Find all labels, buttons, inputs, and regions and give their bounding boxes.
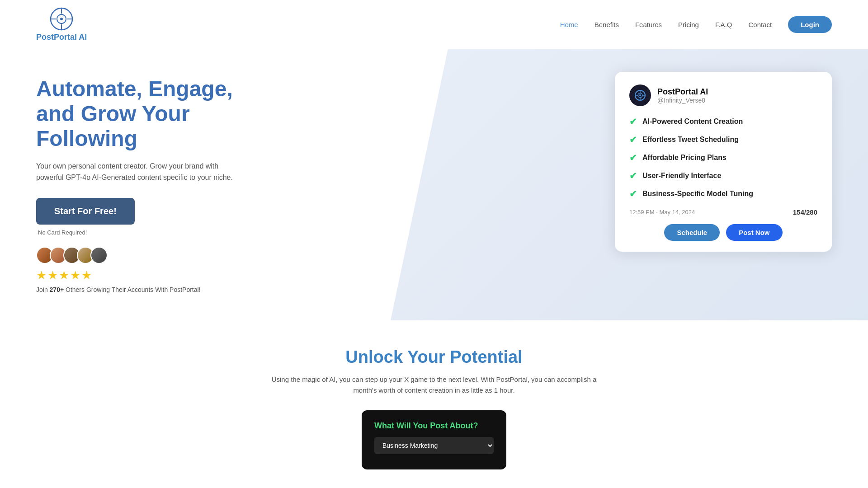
- tweet-card: PostPortal AI @Infinity_Verse8 ✔ AI-Powe…: [615, 72, 832, 252]
- schedule-button[interactable]: Schedule: [664, 224, 720, 241]
- feature-label-4: User-Friendly Interface: [642, 172, 721, 180]
- svg-point-2: [60, 18, 63, 20]
- feature-item-3: ✔ Affordable Pricing Plans: [629, 152, 817, 163]
- start-free-button[interactable]: Start For Free!: [36, 198, 135, 225]
- check-icon-3: ✔: [629, 152, 637, 163]
- unlock-section: Unlock Your Potential Using the magic of…: [0, 320, 868, 488]
- hero-section: Automate, Engage, and Grow Your Followin…: [0, 49, 868, 320]
- svg-point-9: [639, 94, 641, 96]
- avatar-5: [90, 247, 108, 264]
- feature-label-3: Affordable Pricing Plans: [642, 154, 726, 162]
- feature-item-1: ✔ AI-Powered Content Creation: [629, 116, 817, 127]
- card-title-highlight: Post: [430, 421, 448, 430]
- check-icon-1: ✔: [629, 116, 637, 127]
- check-icon-2: ✔: [629, 134, 637, 145]
- nav-features[interactable]: Features: [635, 21, 662, 28]
- hero-subtitle: Your own personal content creator. Grow …: [36, 160, 235, 183]
- card-header: PostPortal AI @Infinity_Verse8: [629, 84, 817, 106]
- card-logo-icon: [629, 84, 651, 106]
- hero-right: PostPortal AI @Infinity_Verse8 ✔ AI-Powe…: [615, 72, 832, 252]
- check-icon-4: ✔: [629, 170, 637, 181]
- brand-name: PostPortal AI: [36, 33, 87, 42]
- join-suffix: Others Growing Their Accounts With PostP…: [64, 286, 200, 293]
- login-button[interactable]: Login: [788, 16, 832, 33]
- join-prefix: Join: [36, 286, 50, 293]
- nav-links: Home Benefits Features Pricing F.A.Q Con…: [560, 16, 832, 33]
- feature-item-4: ✔ User-Friendly Interface: [629, 170, 817, 181]
- feature-label-1: AI-Powered Content Creation: [642, 117, 743, 126]
- logo-area: PostPortal AI: [36, 7, 87, 42]
- card-handle: @Infinity_Verse8: [657, 97, 708, 104]
- no-card-text: No Card Required!: [36, 229, 262, 236]
- join-count: 270+: [50, 286, 64, 293]
- card-count: 154/280: [793, 208, 817, 216]
- feature-label-5: Business-Specific Model Tuning: [642, 190, 753, 198]
- feature-list: ✔ AI-Powered Content Creation ✔ Effortle…: [629, 116, 817, 199]
- topic-dropdown[interactable]: Business Marketing: [374, 437, 494, 454]
- nav-benefits[interactable]: Benefits: [594, 21, 619, 28]
- card-title-plain: What Will You: [374, 421, 430, 430]
- card-actions: Schedule Post Now: [629, 224, 817, 241]
- feature-item-5: ✔ Business-Specific Model Tuning: [629, 188, 817, 199]
- card-title-rest: About?: [448, 421, 478, 430]
- check-icon-5: ✔: [629, 188, 637, 199]
- what-post-card: What Will You Post About? Business Marke…: [362, 410, 506, 469]
- nav-faq[interactable]: F.A.Q: [715, 21, 732, 28]
- section2-subtitle: Using the magic of AI, you can step up y…: [262, 374, 606, 396]
- nav-pricing[interactable]: Pricing: [678, 21, 699, 28]
- card-account-name: PostPortal AI: [657, 87, 708, 97]
- nav-contact[interactable]: Contact: [748, 21, 772, 28]
- card-question-title: What Will You Post About?: [374, 421, 494, 431]
- section2-title: Unlock Your Potential: [36, 347, 832, 367]
- feature-item-2: ✔ Effortless Tweet Scheduling: [629, 134, 817, 145]
- nav-home[interactable]: Home: [560, 21, 578, 28]
- avatars-group: [36, 247, 262, 264]
- card-timestamp: 12:59 PM · May 14, 2024: [629, 209, 695, 216]
- card-footer: 12:59 PM · May 14, 2024 154/280: [629, 208, 817, 216]
- feature-label-2: Effortless Tweet Scheduling: [642, 136, 739, 144]
- navbar: PostPortal AI Home Benefits Features Pri…: [0, 0, 868, 49]
- card-account-info: PostPortal AI @Infinity_Verse8: [657, 87, 708, 104]
- logo-icon: [50, 7, 73, 31]
- post-now-button[interactable]: Post Now: [726, 224, 782, 241]
- hero-left: Automate, Engage, and Grow Your Followin…: [36, 67, 262, 293]
- join-text: Join 270+ Others Growing Their Accounts …: [36, 286, 262, 293]
- hero-title: Automate, Engage, and Grow Your Followin…: [36, 76, 262, 151]
- star-rating: ★★★★★: [36, 268, 262, 282]
